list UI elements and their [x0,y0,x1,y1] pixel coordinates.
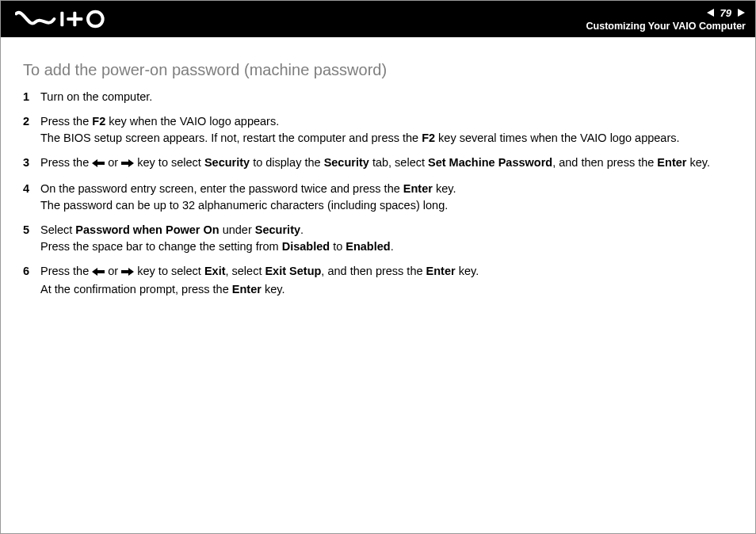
text: under [220,223,255,236]
bold-disabled: Disabled [282,240,330,253]
step-number: 2 [23,113,40,130]
steps-list: 1 Turn on the computer. 2 Press the F2 k… [23,89,733,298]
bold-enabled: Enabled [346,240,390,253]
text: or [105,265,121,277]
svg-rect-2 [73,12,76,27]
page-heading: To add the power-on password (machine pa… [23,61,733,79]
step-2: 2 Press the F2 key when the VAIO logo ap… [23,113,733,147]
bold-security: Security [324,156,369,169]
step-body: Turn on the computer. [40,89,733,105]
step-1: 1 Turn on the computer. [23,89,733,105]
step-5: 5 Select Password when Power On under Se… [23,222,733,255]
bold-set-machine-password: Set Machine Password [428,156,552,169]
text: Press the [40,115,92,128]
step-4: 4 On the password entry screen, enter th… [23,181,733,214]
text: key. [433,182,456,195]
text: key when the VAIO logo appears. [105,115,279,128]
step-number: 1 [23,89,40,105]
text: . [300,223,304,236]
svg-marker-4 [707,9,714,17]
text: key to select [134,265,204,277]
svg-marker-5 [738,9,745,17]
key-f2: F2 [92,115,105,128]
step-number: 6 [23,263,40,280]
text: , select [225,265,265,277]
text: The password can be up to 32 alphanumeri… [40,199,448,212]
text: or [105,156,121,169]
step-number: 5 [23,222,40,238]
header-bar: 79 Customizing Your VAIO Computer [1,1,755,37]
bold-security: Security [204,156,250,169]
svg-marker-8 [92,268,105,276]
step-body: Select Password when Power On under Secu… [40,222,733,255]
text: . [391,240,394,253]
text: key several times when the VAIO logo app… [435,132,679,144]
document-page: 79 Customizing Your VAIO Computer To add… [0,0,756,534]
text: Press the [40,265,92,277]
svg-marker-7 [121,159,134,167]
next-page-icon[interactable] [736,8,746,17]
content-area: To add the power-on password (machine pa… [1,37,755,298]
step-body: Press the or key to select Exit, select … [40,263,733,298]
text: key. [686,156,710,169]
vaio-logo [15,10,110,29]
page-number: 79 [720,7,731,19]
text: key. [456,265,479,277]
section-title: Customizing Your VAIO Computer [586,21,746,32]
bold-exit: Exit [204,265,226,277]
text: , and then press the [552,156,657,169]
text: tab, select [369,156,428,169]
svg-marker-6 [92,159,105,167]
key-enter: Enter [426,265,456,277]
text: to [330,240,346,253]
step-3: 3 Press the or key to select Security to… [23,154,733,173]
bold-exit-setup: Exit Setup [265,265,321,277]
step-number: 4 [23,181,40,197]
text: The BIOS setup screen appears. If not, r… [40,132,422,144]
svg-marker-9 [121,268,134,276]
svg-rect-0 [60,12,63,27]
text: Press the [40,156,92,169]
text: Select [40,223,75,236]
text: key to select [134,156,204,169]
key-enter: Enter [232,283,262,296]
step-body: On the password entry screen, enter the … [40,181,733,214]
svg-point-3 [88,12,103,27]
text: On the password entry screen, enter the … [40,182,403,195]
bold-security: Security [255,223,300,236]
bold-password-when-power-on: Password when Power On [75,223,219,236]
text: to display the [250,156,324,169]
step-6: 6 Press the or key to select Exit, selec… [23,263,733,298]
key-enter: Enter [657,156,686,169]
key-f2: F2 [422,132,435,144]
step-body: Press the F2 key when the VAIO logo appe… [40,113,733,147]
arrow-left-icon [92,156,105,173]
text: Press the space bar to change the settin… [40,240,282,253]
text: , and then press the [321,265,426,277]
header-right: 79 Customizing Your VAIO Computer [586,7,746,32]
key-enter: Enter [403,182,433,195]
arrow-left-icon [92,265,105,281]
step-number: 3 [23,154,40,171]
arrow-right-icon [121,265,134,281]
text: key. [262,283,285,296]
step-body: Press the or key to select Security to d… [40,154,733,173]
text: Turn on the computer. [40,90,152,103]
text: At the confirmation prompt, press the [40,283,232,296]
arrow-right-icon [121,156,134,173]
prev-page-icon[interactable] [706,8,716,17]
page-navigator: 79 [706,7,746,19]
